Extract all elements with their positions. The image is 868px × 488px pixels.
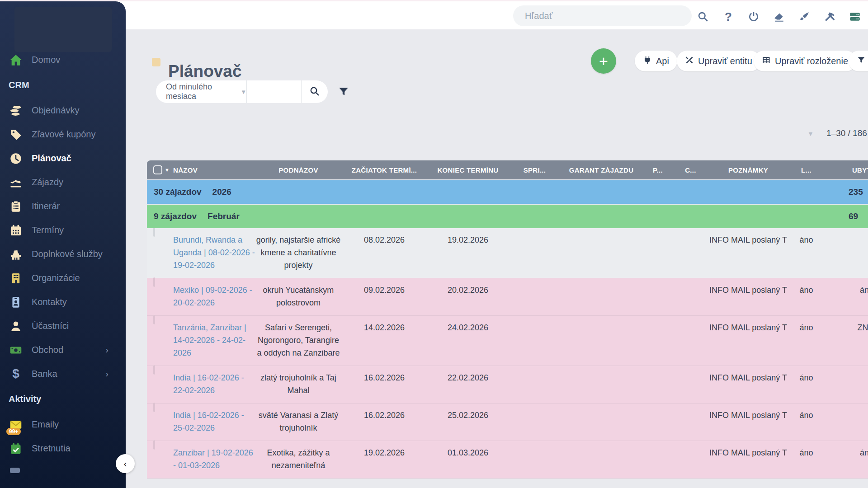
trip-link[interactable]: Zanzibar | 19-02-2026 - 01-03-2026 [173,448,253,470]
collapse-sidebar-button[interactable]: ‹ [116,454,135,473]
global-search-input[interactable] [513,5,692,26]
filter-icon[interactable] [338,86,349,98]
column-header[interactable]: POZNÁMKY [708,166,789,174]
column-header[interactable]: KONIEC TERMÍNU [427,166,509,174]
sidebar-item-term-ny[interactable]: Termíny [0,218,126,242]
brush-icon[interactable] [797,10,811,23]
eraser-icon[interactable] [772,10,786,23]
l-cell: áno [789,366,824,403]
hammer-icon[interactable] [823,10,836,23]
table-row: India | 16-02-2026 - 25-02-2026sväté Var… [147,404,868,441]
sidebar-item-label: Itinerár [32,201,60,211]
sidebar-item--astn-ci[interactable]: Účastníci [0,314,126,338]
sidebar-item-kontakty[interactable]: Kontakty [0,290,126,314]
search-icon[interactable] [696,10,710,23]
spri-cell [509,316,561,366]
list-search-button[interactable] [302,80,328,103]
page-title: Plánovač [168,62,241,81]
sidebar-item-emaily[interactable]: 99+Emaily [0,413,126,436]
sidebar-item-organiz-cie[interactable]: Organizácie [0,266,126,290]
row-checkbox-cell [147,228,173,278]
sidebar-item-domov[interactable]: Domov [0,48,126,72]
row-checkbox-cell [147,366,173,403]
plane-icon [9,176,23,189]
tools-icon [685,56,694,67]
group-count: 9 zájazdov [154,211,197,221]
trip-link[interactable]: Burundi, Rwanda a Uganda | 08-02-2026 - … [173,235,255,270]
sidebar-item-itiner-r[interactable]: Itinerár [0,194,126,218]
column-header[interactable]: PODNÁZOV [255,166,341,174]
edit-layout-button-label: Upraviť rozloženie [775,56,848,66]
row-checkbox-cell [147,404,173,441]
server-icon[interactable] [848,10,862,23]
sidebar-item-stretnutia[interactable]: Stretnutia [0,436,126,460]
power-icon[interactable] [747,10,760,23]
pagination-chevron-down-icon[interactable]: ▼ [807,130,814,137]
group-row-február[interactable]: 9 zájazdovFebruár69 [147,205,868,228]
notes-cell: INFO MAIL poslaný T [708,404,789,441]
l-cell: áno [789,404,824,441]
pagination-count: 1–30 / 186 [826,128,867,138]
column-header[interactable]: GARANT ZÁJAZDU [561,166,642,174]
sidebar-item-z-avov-kup-ny[interactable]: Zľavové kupóny [0,122,126,146]
row-checkbox[interactable] [153,277,155,287]
api-button[interactable]: Api [635,51,677,71]
l-cell: áno [789,441,824,478]
select-all-checkbox[interactable] [153,165,162,174]
sidebar-item-objedn-vky[interactable]: Objednávky [0,99,126,122]
trip-link[interactable]: Mexiko | 09-02-2026 - 20-02-2026 [173,286,252,307]
table-row: Zanzibar | 19-02-2026 - 01-03-2026Exotik… [147,441,868,479]
name-cell: Mexiko | 09-02-2026 - 20-02-2026 [173,278,255,315]
create-record-button[interactable]: + [591,48,616,74]
row-checkbox[interactable] [153,365,155,375]
row-checkbox[interactable] [153,227,155,237]
edit-layout-button[interactable]: Upraviť rozloženie [754,51,856,71]
name-cell: India | 16-02-2026 - 25-02-2026 [173,404,255,441]
spri-cell [509,278,561,315]
row-checkbox[interactable] [153,315,155,324]
group-row-2026[interactable]: 30 zájazdov2026235 [147,180,868,204]
column-header[interactable]: ZAČIATOK TERMÍ... [341,166,427,174]
list-search-input[interactable] [246,80,302,103]
filter-preset-dropdown[interactable]: Od minulého mesiaca ▼ [156,80,246,103]
column-header[interactable]: UBYTOV [824,166,868,174]
table-row: Burundi, Rwanda a Uganda | 08-02-2026 - … [147,228,868,278]
trip-link[interactable]: Tanzánia, Zanzibar | 14-02-2026 - 24-02-… [173,323,246,357]
sidebar-item-banka[interactable]: $Banka› [0,362,126,386]
sidebar-item-obchod[interactable]: Obchod› [0,338,126,362]
row-checkbox[interactable] [153,440,155,450]
sidebar-item-label: Organizácie [32,273,80,283]
notes-cell: INFO MAIL poslaný T [708,441,789,478]
subname-cell: okruh Yucatánskym polostrovom [255,278,341,315]
c-cell [674,228,708,278]
sidebar-item-label: Zájazdy [32,177,63,188]
edit-entity-button[interactable]: Upraviť entitu [677,51,760,71]
sidebar-item-label: Stretnutia [32,443,71,454]
table-row: Tanzánia, Zanzibar | 14-02-2026 - 24-02-… [147,316,868,366]
search-icon [309,86,320,98]
start-date-cell: 16.02.2026 [341,404,427,441]
dollar-icon: $ [9,367,23,381]
sidebar-item-doplnkov-slu-by[interactable]: Doplnkové služby [0,242,126,266]
group-label: Február [208,211,240,221]
column-header[interactable]: NÁZOV [173,166,255,174]
start-date-cell: 09.02.2026 [341,278,427,315]
trip-link[interactable]: India | 16-02-2026 - 22-02-2026 [173,373,244,395]
chevron-down-icon[interactable]: ▼ [165,164,170,176]
column-header[interactable]: SPRI... [509,166,561,174]
edit-filters-button[interactable]: U [849,51,868,71]
sidebar-item-z-jazdy[interactable]: Zájazdy [0,170,126,194]
column-header[interactable]: C... [674,166,708,174]
start-date-cell: 08.02.2026 [341,228,427,278]
end-date-cell: 01.03.2026 [427,441,509,478]
sidebar: DomovCRMObjednávkyZľavové kupónyPlánovač… [0,1,126,488]
ubytovanie-cell [824,228,868,278]
column-header[interactable]: P... [642,166,674,174]
row-checkbox[interactable] [153,403,155,412]
column-header[interactable]: L... [789,166,824,174]
garant-cell [561,228,642,278]
sidebar-item-pl-nova-[interactable]: Plánovač [0,146,126,170]
help-icon[interactable]: ? [722,10,735,23]
trip-link[interactable]: India | 16-02-2026 - 25-02-2026 [173,411,244,432]
sidebar-item-label: Zľavové kupóny [32,129,95,140]
